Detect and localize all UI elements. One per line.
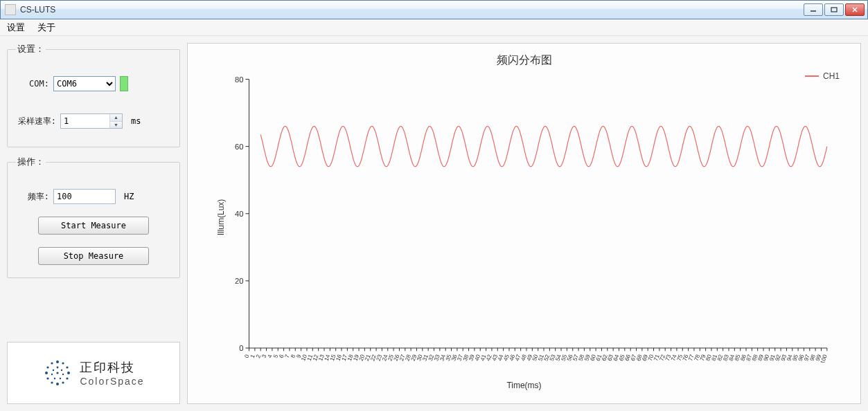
start-measure-button[interactable]: Start Measure bbox=[38, 217, 149, 235]
svg-point-18 bbox=[62, 374, 64, 375]
svg-point-11 bbox=[51, 381, 53, 383]
menu-bar: 设置 关于 bbox=[0, 19, 868, 36]
svg-text:0: 0 bbox=[239, 344, 243, 352]
logo-mark-icon bbox=[42, 358, 73, 388]
svg-point-21 bbox=[51, 374, 53, 375]
svg-point-16 bbox=[57, 367, 59, 369]
svg-point-19 bbox=[60, 378, 61, 379]
com-row: COM: COM6 bbox=[16, 76, 171, 91]
y-axis-label: Illum(Lux) bbox=[216, 199, 226, 236]
x-axis-label: Time(ms) bbox=[200, 381, 848, 390]
logo-box: 正印科技 ColorSpace bbox=[7, 342, 180, 404]
sample-rate-unit: ms bbox=[131, 116, 141, 126]
svg-text:100: 100 bbox=[820, 354, 829, 363]
window-title: CS-LUTS bbox=[20, 5, 804, 15]
operation-group: 操作： 频率: HZ Start Measure Stop Measure bbox=[7, 156, 180, 278]
stop-measure-button[interactable]: Stop Measure bbox=[38, 247, 149, 265]
logo-text-en: ColorSpace bbox=[80, 376, 144, 387]
svg-text:20: 20 bbox=[235, 277, 243, 285]
frequency-label: 频率: bbox=[16, 191, 49, 203]
com-label: COM: bbox=[16, 79, 49, 89]
svg-point-9 bbox=[62, 381, 64, 383]
svg-point-12 bbox=[47, 377, 49, 379]
chart-panel: 频闪分布图 CH1 Illum(Lux) 0204060800123456789… bbox=[187, 43, 861, 404]
close-button[interactable] bbox=[845, 3, 865, 16]
chart-title: 频闪分布图 bbox=[200, 53, 848, 68]
frequency-row: 频率: HZ bbox=[16, 189, 171, 204]
svg-text:40: 40 bbox=[235, 210, 243, 218]
com-select[interactable]: COM6 bbox=[53, 76, 116, 91]
svg-point-22 bbox=[53, 369, 54, 371]
frequency-unit: HZ bbox=[124, 192, 134, 201]
svg-point-15 bbox=[51, 362, 53, 364]
sample-rate-input[interactable] bbox=[61, 114, 109, 128]
svg-point-10 bbox=[56, 383, 59, 385]
svg-text:80: 80 bbox=[235, 75, 243, 84]
logo-text-cn: 正印科技 bbox=[80, 359, 144, 376]
svg-point-20 bbox=[54, 378, 55, 379]
logo-text: 正印科技 ColorSpace bbox=[80, 359, 144, 387]
plot-area: Illum(Lux) 02040608001234567891011121314… bbox=[228, 72, 834, 363]
svg-point-13 bbox=[45, 372, 48, 374]
client-area: 设置： COM: COM6 采样速率: ▲ ▼ ms bbox=[0, 36, 868, 411]
svg-point-14 bbox=[47, 366, 49, 368]
operation-legend: 操作： bbox=[16, 156, 46, 168]
frequency-input[interactable] bbox=[53, 189, 116, 204]
svg-point-7 bbox=[67, 372, 70, 374]
settings-group: 设置： COM: COM6 采样速率: ▲ ▼ ms bbox=[7, 43, 180, 147]
chart-svg: 0204060800123456789101112131415161718192… bbox=[228, 72, 834, 363]
maximize-button[interactable] bbox=[824, 3, 844, 16]
svg-point-5 bbox=[62, 362, 64, 364]
sample-rate-up-icon[interactable]: ▲ bbox=[110, 114, 122, 121]
svg-point-23 bbox=[57, 372, 59, 374]
svg-point-17 bbox=[61, 369, 62, 371]
app-icon bbox=[5, 4, 16, 15]
sample-rate-stepper[interactable]: ▲ ▼ bbox=[60, 113, 123, 129]
svg-point-4 bbox=[56, 360, 59, 363]
settings-legend: 设置： bbox=[16, 43, 46, 55]
left-column: 设置： COM: COM6 采样速率: ▲ ▼ ms bbox=[7, 43, 180, 404]
window-titlebar: CS-LUTS bbox=[0, 0, 868, 19]
menu-about[interactable]: 关于 bbox=[37, 21, 55, 34]
com-status-indicator bbox=[120, 76, 128, 91]
window-controls bbox=[804, 3, 865, 16]
svg-point-8 bbox=[67, 377, 69, 379]
svg-rect-1 bbox=[831, 8, 837, 12]
sample-rate-row: 采样速率: ▲ ▼ ms bbox=[16, 113, 171, 129]
sample-rate-label: 采样速率: bbox=[16, 116, 56, 127]
menu-settings[interactable]: 设置 bbox=[7, 21, 25, 34]
sample-rate-down-icon[interactable]: ▼ bbox=[110, 121, 122, 129]
minimize-button[interactable] bbox=[804, 3, 823, 16]
svg-text:60: 60 bbox=[235, 143, 243, 151]
svg-point-6 bbox=[67, 366, 69, 368]
